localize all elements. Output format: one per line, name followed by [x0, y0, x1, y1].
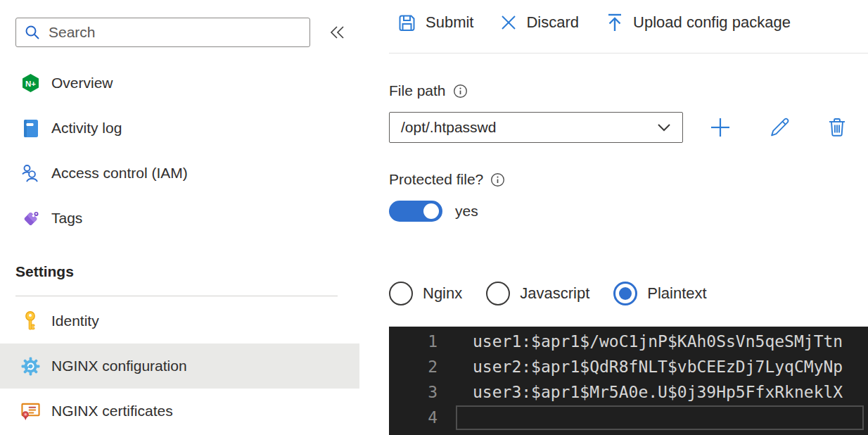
close-icon	[500, 14, 517, 31]
add-file-button[interactable]	[707, 114, 734, 141]
protected-file-toggle[interactable]	[389, 201, 442, 222]
line-number: 2	[389, 358, 438, 376]
sidebar-item-activity-log[interactable]: Activity log	[0, 106, 359, 151]
radio-label: Javascript	[520, 284, 589, 303]
search-icon	[25, 25, 40, 40]
sidebar-nav: N+ Overview Activity log	[0, 61, 359, 241]
radio-icon	[613, 282, 637, 305]
edit-file-button[interactable]	[766, 114, 793, 141]
config-file-editor[interactable]: 1 user1:$apr1$/woC1jnP$KAh0SsVn5qeSMjTtn…	[389, 327, 868, 435]
line-number: 4	[389, 408, 438, 427]
key-icon	[21, 311, 40, 331]
radio-icon	[389, 282, 413, 305]
gear-sync-icon	[21, 356, 40, 376]
line-text[interactable]: user1:$apr1$/woC1jnP$KAh0SsVn5qeSMjTtn	[473, 332, 843, 351]
collapse-sidebar-button[interactable]	[326, 22, 349, 43]
sidebar-item-label: NGINX configuration	[51, 358, 187, 374]
sidebar-item-label: Access control (IAM)	[51, 165, 188, 182]
submit-label: Submit	[426, 13, 473, 32]
chevron-down-icon	[657, 123, 671, 132]
people-icon	[21, 163, 40, 183]
nginx-plus-badge-icon: N+	[21, 73, 40, 93]
sidebar-item-identity[interactable]: Identity	[0, 298, 359, 343]
current-line-highlight	[456, 405, 864, 430]
command-bar: Submit Discard Upload config package	[397, 13, 791, 32]
radio-option-javascript[interactable]: Javascript	[486, 282, 589, 305]
sidebar-search-box[interactable]	[15, 18, 310, 47]
pencil-icon	[769, 117, 790, 138]
discard-label: Discard	[526, 13, 579, 32]
trash-icon	[827, 117, 847, 138]
sidebar-item-overview[interactable]: N+ Overview	[0, 61, 359, 106]
nginx-configuration-panel: Submit Discard Upload config package Fi	[389, 0, 868, 435]
toggle-knob	[423, 203, 439, 219]
toolbar-divider	[389, 53, 868, 53]
line-number: 3	[389, 383, 438, 401]
delete-file-button[interactable]	[824, 114, 850, 141]
protected-file-label: Protected file?	[389, 171, 483, 188]
sidebar-item-label: Activity log	[51, 120, 122, 137]
sidebar-item-nginx-certificates[interactable]: NGINX certificates	[0, 389, 359, 434]
sidebar-item-access-control[interactable]: Access control (IAM)	[0, 151, 359, 196]
editor-line[interactable]: 2 user2:$apr1$QdR8fNLT$vbCEEzDj7LyqCMyNp	[389, 354, 868, 379]
tag-icon	[21, 208, 40, 228]
sidebar-item-label: NGINX certificates	[51, 403, 173, 420]
sidebar-item-nginx-configuration[interactable]: NGINX configuration	[0, 343, 359, 389]
line-text[interactable]: user3:$apr1$Mr5A0e.U$0j39Hp5FfxRkneklX	[473, 383, 843, 401]
azure-nginx-configuration-page: { "sidebar": { "search_placeholder": "Se…	[0, 0, 868, 435]
certificate-icon	[21, 401, 40, 421]
info-icon[interactable]	[490, 172, 505, 187]
radio-option-nginx[interactable]: Nginx	[389, 282, 462, 305]
upload-icon	[606, 13, 624, 32]
discard-button[interactable]: Discard	[500, 13, 579, 32]
settings-list: Identity	[0, 298, 359, 434]
file-path-label-row: File path	[389, 82, 468, 99]
editor-line[interactable]: 1 user1:$apr1$/woC1jnP$KAh0SsVn5qeSMjTtn	[389, 329, 868, 354]
resource-sidebar: N+ Overview Activity log	[0, 0, 359, 435]
editor-line-active[interactable]: 4	[389, 405, 868, 430]
editor-line[interactable]: 3 user3:$apr1$Mr5A0e.U$0j39Hp5FfxRkneklX	[389, 379, 868, 405]
protected-file-label-row: Protected file?	[389, 171, 505, 188]
file-path-dropdown[interactable]: /opt/.htpasswd	[389, 112, 683, 143]
settings-section-header: Settings	[15, 263, 74, 280]
protected-file-value: yes	[455, 203, 478, 220]
syntax-radio-group: Nginx Javascript Plaintext	[389, 282, 707, 305]
submit-button[interactable]: Submit	[397, 13, 473, 32]
upload-label: Upload config package	[633, 13, 791, 32]
file-path-value: /opt/.htpasswd	[401, 119, 496, 136]
settings-divider	[15, 296, 338, 296]
line-text[interactable]: user2:$apr1$QdR8fNLT$vbCEEzDj7LyqCMyNp	[473, 358, 843, 376]
sidebar-item-label: Overview	[51, 75, 113, 92]
upload-config-package-button[interactable]: Upload config package	[606, 13, 791, 32]
activity-log-book-icon	[21, 118, 40, 138]
save-icon	[397, 13, 416, 32]
info-icon[interactable]	[453, 84, 468, 99]
radio-icon	[486, 282, 510, 305]
line-number: 1	[389, 332, 438, 351]
radio-label: Plaintext	[647, 284, 706, 303]
sidebar-item-tags[interactable]: Tags	[0, 196, 359, 241]
sidebar-item-label: Tags	[51, 210, 82, 227]
plus-icon	[709, 116, 732, 139]
svg-text:N+: N+	[25, 80, 36, 88]
file-path-label: File path	[389, 82, 446, 99]
radio-label: Nginx	[423, 284, 462, 303]
radio-option-plaintext[interactable]: Plaintext	[613, 282, 706, 305]
sidebar-item-label: Identity	[51, 313, 99, 329]
search-input[interactable]	[49, 24, 301, 41]
